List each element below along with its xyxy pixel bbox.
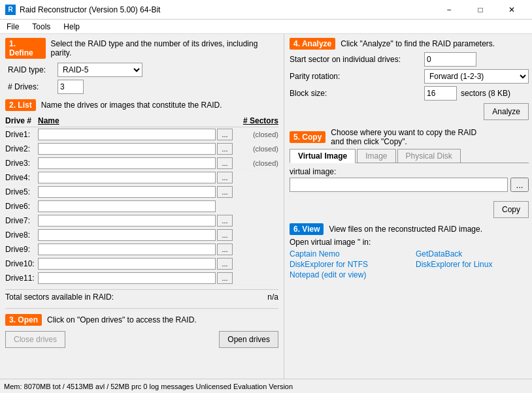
drive4-browse[interactable]: ...: [217, 172, 233, 183]
app-links-grid: Captain Nemo GetDataBack DiskExplorer fo…: [290, 249, 529, 279]
drive1-browse[interactable]: ...: [217, 129, 233, 140]
section2-header: 2. List Name the drives or images that c…: [5, 99, 278, 111]
virtual-input-row: ...: [290, 178, 529, 192]
drive2-browse[interactable]: ...: [217, 143, 233, 155]
drive1-label: Drive1:: [5, 130, 38, 139]
block-size-label: Block size:: [290, 89, 420, 98]
menu-help[interactable]: Help: [57, 20, 86, 33]
drive10-label: Drive10:: [5, 259, 38, 268]
copy-button[interactable]: Copy: [493, 201, 529, 218]
drive2-input[interactable]: [38, 143, 216, 155]
drive7-browse[interactable]: ...: [217, 215, 233, 227]
drive3-browse[interactable]: ...: [217, 157, 233, 169]
drive5-input[interactable]: [38, 186, 216, 198]
maximize-button[interactable]: □: [465, 0, 495, 20]
drive-table: Drive # Name # Sectors Drive1: ... (clos…: [5, 116, 278, 285]
virtual-image-label: virtual image:: [290, 167, 529, 176]
drive3-status: (closed): [233, 159, 278, 167]
status-bar: Mem: 8070MB tot / 4513MB avl / 52MB prc …: [0, 379, 532, 393]
drives-input[interactable]: [58, 80, 84, 94]
drive7-input[interactable]: [38, 215, 216, 227]
block-size-row: Block size: sectors (8 KB): [290, 85, 529, 102]
section5-desc: Choose where you want to copy the RAID a…: [331, 128, 476, 146]
menu-tools[interactable]: Tools: [25, 20, 57, 33]
analyze-button[interactable]: Analyze: [484, 103, 529, 120]
section5-badge: 5. Copy: [290, 131, 325, 143]
drives-count-row: # Drives:: [5, 80, 278, 94]
table-row: Drive1: ... (closed): [5, 127, 278, 142]
table-row: Drive9: ...: [5, 242, 278, 257]
drive11-browse[interactable]: ...: [217, 272, 233, 284]
block-size-input[interactable]: [424, 86, 457, 101]
section3-desc: Click on "Open drives" to access the RAI…: [47, 315, 197, 324]
table-row: Drive11: ...: [5, 271, 278, 285]
tab-image[interactable]: Image: [357, 149, 395, 163]
drive1-input[interactable]: [38, 129, 216, 140]
parity-select[interactable]: Forward (1-2-3) Backward (3-2-1) None: [424, 69, 529, 84]
section4-desc: Click "Analyze" to find the RAID paramet…: [341, 39, 495, 48]
raid-type-label: RAID type:: [8, 65, 54, 74]
section4-header: 4. Analyze Click "Analyze" to find the R…: [290, 38, 529, 50]
link-getdataback[interactable]: GetDataBack: [416, 249, 529, 259]
section6-badge: 6. View: [290, 223, 324, 235]
drive3-label: Drive3:: [5, 159, 38, 168]
drive8-input[interactable]: [38, 229, 216, 241]
virtual-image-browse[interactable]: ...: [510, 178, 529, 192]
drive5-browse[interactable]: ...: [217, 186, 233, 198]
section6-desc: View files on the reconstructed RAID ima…: [329, 225, 482, 234]
section2-desc: Name the drives or images that constitut…: [41, 101, 222, 110]
link-diskexplorer-ntfs[interactable]: DiskExplorer for NTFS: [290, 260, 403, 269]
drive10-browse[interactable]: ...: [217, 258, 233, 270]
window-title: Raid Reconstructor (Version 5.00) 64-Bit: [20, 5, 434, 14]
section1-desc: Select the RAID type and the number of i…: [51, 39, 278, 57]
drive11-input[interactable]: [38, 272, 216, 284]
right-panel: 4. Analyze Click "Analyze" to find the R…: [284, 34, 532, 379]
drive4-label: Drive4:: [5, 173, 38, 182]
section3-buttons: Close drives Open drives: [5, 328, 278, 351]
raid-type-row: RAID type: RAID-5 RAID-0 RAID-1 RAID-6 J…: [5, 63, 278, 77]
link-captain-nemo[interactable]: Captain Nemo: [290, 249, 403, 259]
drive8-browse[interactable]: ...: [217, 229, 233, 241]
drive8-label: Drive8:: [5, 230, 38, 240]
drive3-input[interactable]: [38, 157, 216, 169]
tab-bar: Virtual Image Image Physical Disk: [290, 149, 529, 163]
drive6-label: Drive6:: [5, 202, 38, 211]
link-diskexplorer-linux[interactable]: DiskExplorer for Linux: [416, 260, 529, 269]
section1-badge: 1. Define: [5, 38, 46, 59]
minimize-button[interactable]: −: [434, 0, 464, 20]
table-row: Drive5: ...: [5, 185, 278, 199]
drives-label: # Drives:: [8, 82, 54, 91]
table-row: Drive3: ... (closed): [5, 156, 278, 170]
status-text: Mem: 8070MB tot / 4513MB avl / 52MB prc …: [4, 383, 293, 390]
section4: 4. Analyze Click "Analyze" to find the R…: [290, 38, 529, 120]
section3: 3. Open Click on "Open drives" to access…: [5, 308, 278, 351]
block-size-unit: sectors (8 KB): [461, 89, 510, 98]
window-controls: − □ ✕: [434, 0, 527, 20]
col-sectors-header: # Sectors: [226, 116, 278, 125]
drive10-input[interactable]: [38, 258, 216, 270]
tab-physical-disk[interactable]: Physical Disk: [397, 149, 461, 163]
left-panel: 1. Define Select the RAID type and the n…: [0, 34, 284, 379]
drive4-input[interactable]: [38, 172, 216, 183]
tab-virtual-image[interactable]: Virtual Image: [290, 149, 356, 163]
close-drives-button[interactable]: Close drives: [5, 331, 65, 348]
start-sector-input[interactable]: [424, 52, 476, 67]
section6: 6. View View files on the reconstructed …: [290, 223, 529, 279]
open-drives-button[interactable]: Open drives: [219, 331, 278, 348]
menu-bar: File Tools Help: [0, 20, 532, 34]
raid-type-select[interactable]: RAID-5 RAID-0 RAID-1 RAID-6 JBOD: [58, 63, 142, 77]
drive11-label: Drive11:: [5, 274, 38, 283]
virtual-image-input[interactable]: [290, 178, 508, 192]
parity-row: Parity rotation: Forward (1-2-3) Backwar…: [290, 68, 529, 85]
menu-file[interactable]: File: [0, 20, 25, 33]
drive1-status: (closed): [233, 131, 278, 138]
drive9-input[interactable]: [38, 244, 216, 255]
close-button[interactable]: ✕: [497, 0, 527, 20]
drive9-browse[interactable]: ...: [217, 244, 233, 255]
table-row: Drive4: ...: [5, 170, 278, 185]
drive6-input[interactable]: [38, 200, 216, 212]
link-notepad[interactable]: Notepad (edit or view): [290, 270, 403, 279]
app-icon: R: [5, 5, 16, 15]
section5: 5. Copy Choose where you want to copy th…: [290, 128, 529, 218]
section3-header: 3. Open Click on "Open drives" to access…: [5, 311, 278, 328]
